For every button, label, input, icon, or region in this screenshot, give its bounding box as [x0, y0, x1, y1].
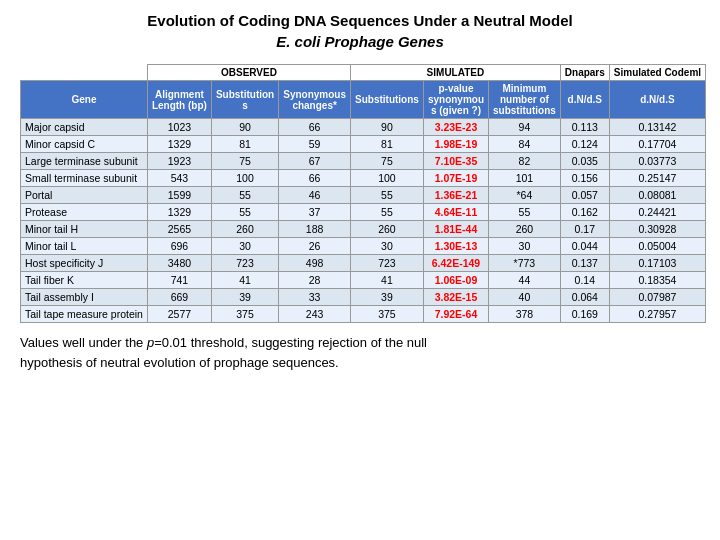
data-cell: 101	[489, 170, 561, 187]
data-cell: 375	[211, 306, 278, 323]
data-cell: 26	[279, 238, 351, 255]
data-cell: 3.23E-23	[423, 119, 488, 136]
data-cell: 0.137	[560, 255, 609, 272]
data-cell: 260	[351, 221, 424, 238]
data-cell: 260	[489, 221, 561, 238]
data-cell: 3480	[147, 255, 211, 272]
data-cell: 66	[279, 170, 351, 187]
data-cell: 260	[211, 221, 278, 238]
data-cell: 81	[351, 136, 424, 153]
data-cell: 30	[211, 238, 278, 255]
data-cell: 0.156	[560, 170, 609, 187]
data-cell: 0.17	[560, 221, 609, 238]
simcodeml-label: Simulated Codeml	[609, 65, 705, 81]
data-cell: 82	[489, 153, 561, 170]
data-cell: 375	[351, 306, 424, 323]
data-cell: 67	[279, 153, 351, 170]
data-cell: 28	[279, 272, 351, 289]
pvalue-col-header: p-valuesynonymous (given ?)	[423, 81, 488, 119]
data-cell: 55	[351, 204, 424, 221]
data-cell: 696	[147, 238, 211, 255]
data-cell: 0.17103	[609, 255, 705, 272]
data-cell: 30	[351, 238, 424, 255]
gene-cell: Major capsid	[21, 119, 148, 136]
data-cell: 6.42E-149	[423, 255, 488, 272]
table-row: Tail fiber K7414128411.06E-09440.140.183…	[21, 272, 706, 289]
footer-text: Values well under the p=0.01 threshold, …	[20, 333, 700, 372]
data-cell: 81	[211, 136, 278, 153]
dnds-sim-col-header: d.N/d.S	[609, 81, 705, 119]
data-cell: 44	[489, 272, 561, 289]
simulated-label: SIMULATED	[351, 65, 561, 81]
substitution-col-header: Substitutions	[211, 81, 278, 119]
substitutions-col-header: Substitutions	[351, 81, 424, 119]
data-cell: 0.113	[560, 119, 609, 136]
table-row: Minor tail L6963026301.30E-13300.0440.05…	[21, 238, 706, 255]
table-row: Protease13295537554.64E-11550.1620.24421	[21, 204, 706, 221]
data-cell: 4.64E-11	[423, 204, 488, 221]
gene-cell: Large terminase subunit	[21, 153, 148, 170]
gene-cell: Portal	[21, 187, 148, 204]
data-cell: 66	[279, 119, 351, 136]
table-row: Minor tail H25652601882601.81E-442600.17…	[21, 221, 706, 238]
data-cell: 37	[279, 204, 351, 221]
synonymous-col-header: Synonymouschanges*	[279, 81, 351, 119]
table-body: Major capsid10239066903.23E-23940.1130.1…	[21, 119, 706, 323]
table-row: Host specificity J34807234987236.42E-149…	[21, 255, 706, 272]
data-cell: 1923	[147, 153, 211, 170]
data-cell: 0.17704	[609, 136, 705, 153]
dnapars-label: Dnapars	[560, 65, 609, 81]
data-cell: *773	[489, 255, 561, 272]
data-cell: 1.81E-44	[423, 221, 488, 238]
data-cell: 0.14	[560, 272, 609, 289]
data-cell: 59	[279, 136, 351, 153]
table-row: Tail assembly I6693933393.82E-15400.0640…	[21, 289, 706, 306]
data-cell: *64	[489, 187, 561, 204]
data-cell: 3.82E-15	[423, 289, 488, 306]
table-row: Small terminase subunit543100661001.07E-…	[21, 170, 706, 187]
table-row: Large terminase subunit19237567757.10E-3…	[21, 153, 706, 170]
data-cell: 1.30E-13	[423, 238, 488, 255]
data-cell: 0.18354	[609, 272, 705, 289]
data-cell: 90	[211, 119, 278, 136]
data-cell: 55	[211, 204, 278, 221]
column-header-row: Gene AlignmentLength (bp) Substitutions …	[21, 81, 706, 119]
gene-cell: Minor tail L	[21, 238, 148, 255]
table-row: Tail tape measure protein25773752433757.…	[21, 306, 706, 323]
data-cell: 378	[489, 306, 561, 323]
table-row: Major capsid10239066903.23E-23940.1130.1…	[21, 119, 706, 136]
gene-cell: Minor tail H	[21, 221, 148, 238]
data-cell: 55	[489, 204, 561, 221]
data-cell: 669	[147, 289, 211, 306]
data-cell: 0.30928	[609, 221, 705, 238]
data-cell: 1329	[147, 136, 211, 153]
data-cell: 55	[211, 187, 278, 204]
data-cell: 100	[211, 170, 278, 187]
gene-cell: Protease	[21, 204, 148, 221]
gene-cell: Tail assembly I	[21, 289, 148, 306]
empty-header	[21, 65, 148, 81]
gene-cell: Small terminase subunit	[21, 170, 148, 187]
data-cell: 41	[351, 272, 424, 289]
data-cell: 0.27957	[609, 306, 705, 323]
observed-label: OBSERVED	[147, 65, 350, 81]
data-cell: 30	[489, 238, 561, 255]
gene-col-header: Gene	[21, 81, 148, 119]
data-cell: 0.044	[560, 238, 609, 255]
data-cell: 1.98E-19	[423, 136, 488, 153]
data-cell: 1.06E-09	[423, 272, 488, 289]
data-table: OBSERVED SIMULATED Dnapars Simulated Cod…	[20, 64, 706, 323]
data-cell: 1023	[147, 119, 211, 136]
data-cell: 0.07987	[609, 289, 705, 306]
data-cell: 90	[351, 119, 424, 136]
data-cell: 1599	[147, 187, 211, 204]
data-cell: 2577	[147, 306, 211, 323]
data-cell: 75	[351, 153, 424, 170]
section-header-row: OBSERVED SIMULATED Dnapars Simulated Cod…	[21, 65, 706, 81]
data-cell: 39	[351, 289, 424, 306]
data-cell: 188	[279, 221, 351, 238]
data-cell: 0.05004	[609, 238, 705, 255]
data-cell: 75	[211, 153, 278, 170]
data-cell: 0.25147	[609, 170, 705, 187]
data-cell: 543	[147, 170, 211, 187]
